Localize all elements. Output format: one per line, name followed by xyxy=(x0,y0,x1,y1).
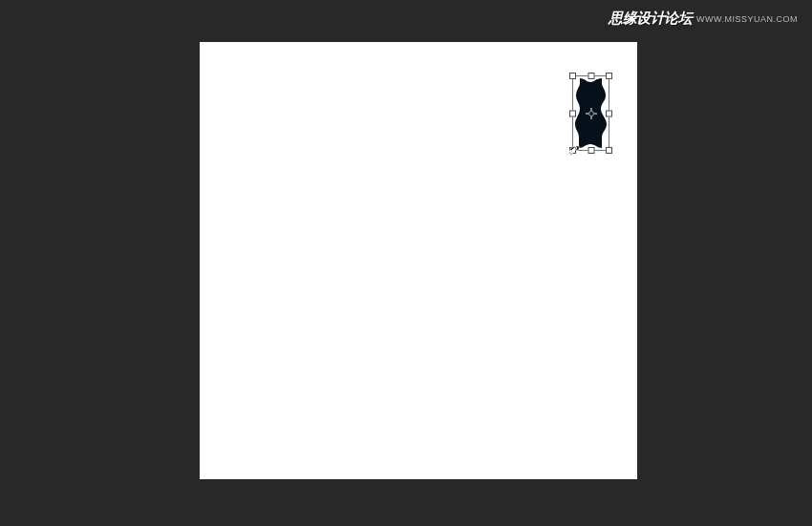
free-transform-bounding-box[interactable] xyxy=(572,75,609,151)
transform-handle-middle-right[interactable] xyxy=(606,110,612,116)
editor-canvas[interactable] xyxy=(200,42,637,479)
watermark-chinese: 思缘设计论坛 xyxy=(609,10,692,28)
transform-handle-top-center[interactable] xyxy=(588,73,594,79)
selected-shape[interactable] xyxy=(575,78,607,148)
watermark: 思缘设计论坛 WWW.MISSYUAN.COM xyxy=(609,10,798,28)
transform-handle-bottom-center[interactable] xyxy=(588,147,594,154)
transform-handle-top-right[interactable] xyxy=(606,73,612,79)
transform-handle-top-left[interactable] xyxy=(569,73,576,79)
wavy-shape-path xyxy=(575,78,607,148)
transform-handle-bottom-left[interactable] xyxy=(569,147,576,154)
transform-handle-middle-left[interactable] xyxy=(569,110,576,116)
transform-handle-bottom-right[interactable] xyxy=(606,147,612,154)
watermark-url: WWW.MISSYUAN.COM xyxy=(696,14,798,24)
